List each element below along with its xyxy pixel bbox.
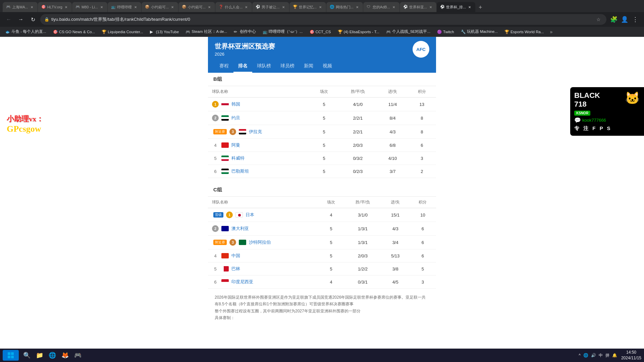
team-name[interactable]: 巴勒斯坦 [231, 168, 249, 174]
tab-rankings[interactable]: 排名 [233, 60, 252, 73]
bookmark-twitch[interactable]: 🟣 Twitch [434, 29, 457, 35]
systray-chevron[interactable]: ^ [579, 353, 581, 358]
tab-close-8[interactable]: ✕ [281, 5, 286, 9]
tab-video[interactable]: 视频 [318, 60, 337, 73]
bookmark-liquipedia[interactable]: 🏆 Liquipedia Counter... [99, 29, 146, 35]
svg-rect-5 [11, 356, 14, 358]
systray-volume[interactable]: 🔊 [591, 353, 596, 358]
bookmark-cct[interactable]: 🎯 CCT_CS [307, 29, 334, 35]
extensions-button[interactable]: 🧩 [609, 15, 619, 24]
user-profile-button[interactable]: 👤 [620, 15, 629, 24]
tab-players[interactable]: 球员榜 [276, 60, 299, 73]
rank-cell: 晋级 1 日本 [212, 212, 314, 218]
menu-button[interactable]: ⋮ [631, 15, 640, 24]
tab-close-11[interactable]: ✕ [391, 5, 396, 9]
team-name[interactable]: 澳大利亚 [231, 226, 249, 232]
team-name[interactable]: 阿曼 [231, 142, 240, 148]
bookmark-douyu[interactable]: 🐟 斗鱼 - 每个人的直... [3, 28, 49, 35]
team-name[interactable]: 约旦 [231, 115, 240, 121]
team-name[interactable]: 沙特阿拉伯 [249, 239, 271, 245]
bookmark-bilibili[interactable]: 📺 哔哩哔哩（'·ω·'）... [260, 28, 305, 35]
tab-close-2[interactable]: ✕ [64, 5, 68, 9]
bookmark-machine[interactable]: 🔧 玩机器 Machine... [458, 28, 500, 35]
tab-close-13[interactable]: ✕ [467, 5, 472, 9]
tab-12[interactable]: ⚽ 世界杯亚... ✕ [400, 2, 436, 12]
table-row: 6 印度尼西亚 4 0/3/1 4/5 3 [208, 276, 436, 289]
tab-news[interactable]: 新闻 [299, 60, 318, 73]
points-cell: 2 [408, 165, 436, 178]
bookmark-steam[interactable]: 🎮 Steam 社区 :: A de... [183, 28, 230, 35]
tab-close-10[interactable]: ✕ [355, 5, 360, 9]
tab-close-3[interactable]: ✕ [99, 5, 104, 9]
bookmark-elisa[interactable]: 🏆 (4) ElisaEsports - T... [335, 29, 382, 35]
address-bar[interactable]: 🔒 tiyu.baidu.com/match/世界预/tab/排名/rankCh… [40, 14, 606, 25]
reload-button[interactable]: ↻ [28, 15, 38, 24]
tab-9[interactable]: 🏆 世界记忆... ✕ [289, 2, 326, 12]
team-name[interactable]: 伊拉克 [249, 129, 262, 135]
tab-3[interactable]: 🎮 M80 - Li... ✕ [72, 2, 107, 12]
taskbar-file-explorer[interactable]: 📁 [34, 350, 45, 361]
tab-close-12[interactable]: ✕ [428, 5, 433, 9]
tab-7[interactable]: ❓ 什么人会... ✕ [215, 2, 252, 12]
col-goals-c: 进/失 [381, 197, 410, 208]
tab-close-7[interactable]: ✕ [244, 5, 249, 9]
bookmark-label-liquipedia: Liquipedia Counter... [108, 30, 143, 34]
tab-5[interactable]: 📦 小约箱可... ✕ [142, 2, 178, 12]
tab-close-4[interactable]: ✕ [133, 5, 138, 9]
taskbar-misc[interactable]: 🎮 [72, 350, 83, 361]
tab-8[interactable]: ⚽ 男子被让... ✕ [252, 2, 289, 12]
tab-2[interactable]: 🎯 HLTV.org ✕ [38, 2, 72, 12]
tab-close-1[interactable]: ✕ [30, 5, 34, 9]
team-name[interactable]: 巴林 [231, 266, 240, 272]
tab-11[interactable]: 🛡 您的AdB... ✕ [363, 2, 399, 12]
team-name[interactable]: 韩国 [231, 101, 240, 107]
tab-teams[interactable]: 球队榜 [252, 60, 276, 73]
tab-13[interactable]: ⚽ 世界杯_排... ✕ [437, 2, 475, 12]
team-name[interactable]: 印度尼西亚 [231, 279, 253, 285]
bookmark-esports[interactable]: 🏆 Esports World Ra... [502, 29, 547, 35]
taskbar-chrome[interactable]: 🌐 [47, 350, 58, 361]
tab-close-6[interactable]: ✕ [207, 5, 212, 9]
table-row: 4 阿曼 5 2/0/3 6/8 6 [208, 139, 436, 152]
rank-number: 1 [226, 212, 233, 218]
table-row: 2 约旦 5 2/2/1 8/4 8 [208, 111, 436, 125]
tab-4[interactable]: 📺 哔哩哔哩 ✕ [108, 2, 141, 12]
bookmark-youtube[interactable]: ▶ (13) YouTube [147, 29, 182, 35]
side-widget: BLACK 718 🐱 KSNOR 💬 kook777666 专 注 F P S [570, 87, 644, 136]
systray-network[interactable]: 🌐 [583, 353, 588, 358]
bookmark-create[interactable]: ✏ 创作中心 [231, 28, 259, 35]
tab-close-9[interactable]: ✕ [318, 5, 323, 9]
tab-schedule[interactable]: 赛程 [215, 60, 233, 73]
bookmark-label-esports: Esports World Ra... [511, 30, 544, 34]
team-name[interactable]: 科威特 [231, 155, 245, 161]
bookmark-star-icon[interactable]: ☆ [594, 15, 602, 23]
taskbar-search[interactable]: 🔍 [21, 350, 32, 361]
bookmark-label-elisa: (4) ElisaEsports - T... [344, 30, 380, 34]
bookmarks-more-button[interactable]: » [548, 28, 554, 35]
taskbar-edge[interactable]: 🦊 [60, 350, 70, 361]
tab-favicon-13: ⚽ [440, 5, 445, 9]
tab-10[interactable]: 🌐 网络热门... ✕ [326, 2, 363, 12]
new-tab-button[interactable]: + [476, 3, 485, 12]
systray-ime-zh[interactable]: 中 [599, 353, 603, 358]
team-name[interactable]: 中国 [231, 253, 240, 259]
bookmark-5e[interactable]: 🎮 个人战线_5E对战平... [383, 28, 433, 35]
points-cell: 6 [410, 222, 436, 236]
rank-number: 1 [212, 101, 219, 108]
rank-cell: 4 阿曼 [212, 142, 306, 148]
promo-line1: 小助理vx： [7, 114, 44, 124]
back-button[interactable]: ← [4, 15, 13, 24]
systray-ime-layout[interactable]: 拼 [605, 353, 609, 358]
tab-6[interactable]: 📦 小约箱可... ✕ [178, 2, 215, 12]
rank-number: 2 [212, 225, 219, 232]
tab-1[interactable]: 🎮 上海MA... ✕ [3, 2, 38, 12]
bookmark-csgo[interactable]: 🎯 CS:GO News & Co... [50, 29, 98, 35]
tab-close-5[interactable]: ✕ [170, 5, 175, 9]
rank-number: 2 [212, 115, 219, 121]
forward-button[interactable]: → [16, 15, 25, 24]
systray-notifications[interactable]: 🔔 [612, 353, 617, 358]
tab-favicon-10: 🌐 [330, 5, 334, 9]
team-name[interactable]: 日本 [246, 212, 254, 218]
start-button[interactable] [3, 350, 19, 361]
taskbar-clock[interactable]: 14:50 2024/11/15 [621, 350, 641, 361]
